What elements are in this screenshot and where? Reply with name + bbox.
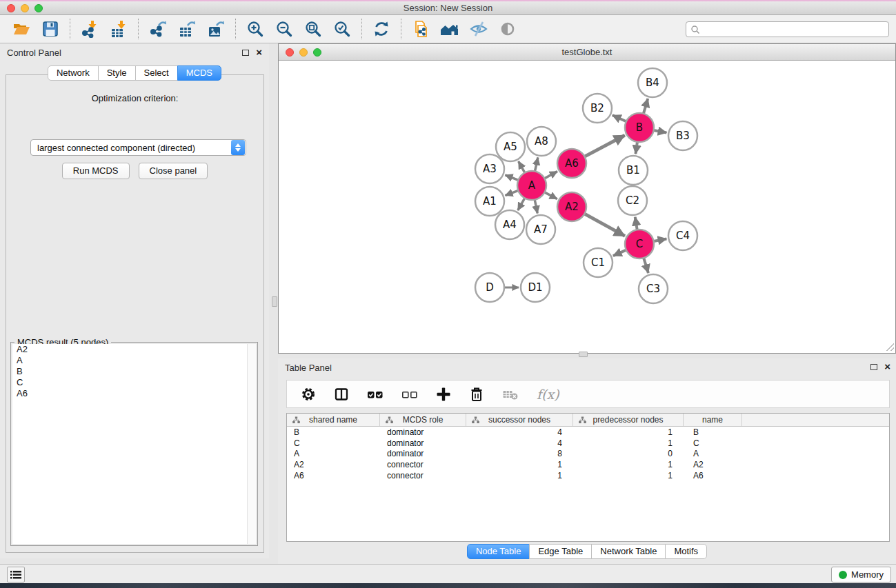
network-graph[interactable]: AA1A3A4A5A7A8A6A2BB1B2B3B4CC1C2C3C4DD1 — [279, 61, 895, 352]
main-toolbar — [0, 15, 896, 43]
table-cell: 4 — [466, 427, 573, 437]
export-image-button[interactable] — [201, 17, 230, 41]
refresh-button[interactable] — [367, 17, 396, 41]
network-minimize-button[interactable] — [299, 48, 308, 57]
criterion-select[interactable]: largest connected component (directed) — [30, 139, 246, 156]
result-list-scrollbar[interactable] — [247, 344, 256, 544]
tab-select[interactable]: Select — [135, 65, 178, 81]
toolbar-separator — [235, 19, 236, 39]
table-column-header[interactable]: MCDS role — [380, 414, 466, 426]
minimize-window-button[interactable] — [21, 4, 29, 12]
graph-node-label-A6: A6 — [565, 157, 579, 170]
close-panel-button[interactable]: Close panel — [139, 163, 208, 179]
show-panels-button[interactable] — [7, 567, 25, 582]
table-settings-button[interactable] — [301, 387, 316, 402]
clone-network-button[interactable] — [406, 17, 435, 41]
float-panel-icon[interactable] — [242, 50, 249, 56]
table-column-header[interactable]: predecessor nodes — [573, 414, 684, 426]
table-row[interactable]: Cdominator41C — [287, 438, 889, 449]
graph-edge-C-C2[interactable] — [635, 217, 637, 230]
mcds-result-item[interactable]: A2 — [12, 344, 256, 355]
mcds-result-item[interactable]: C — [12, 377, 256, 388]
graph-edge-C-C4[interactable] — [654, 239, 667, 241]
graph-edge-A-A2[interactable] — [545, 192, 557, 199]
table-row[interactable]: A6connector11A6 — [287, 470, 889, 481]
graph-edge-C-C3[interactable] — [644, 258, 648, 273]
close-table-panel-icon[interactable]: × — [884, 363, 890, 370]
graph-node-label-A3: A3 — [483, 163, 497, 175]
network-zoom-button[interactable] — [313, 48, 321, 57]
table-row[interactable]: Bdominator41B — [287, 427, 889, 438]
tab-mcds[interactable]: MCDS — [177, 65, 221, 81]
graph-edge-A-A6[interactable] — [544, 172, 557, 179]
select-spinner-icon[interactable] — [231, 140, 245, 155]
import-table-button[interactable] — [104, 17, 133, 41]
home-button[interactable] — [435, 17, 464, 41]
function-builder-button[interactable]: f(x) — [537, 387, 559, 402]
add-column-button[interactable] — [436, 387, 451, 402]
tab-motifs[interactable]: Motifs — [665, 544, 707, 559]
graph-edge-B-B1[interactable] — [635, 142, 637, 154]
search-field[interactable] — [686, 21, 889, 37]
graph-edge-A6-B[interactable] — [585, 135, 625, 156]
graph-edge-B-B3[interactable] — [654, 130, 667, 133]
mcds-result-item[interactable]: A6 — [12, 388, 256, 399]
table-splitter-grip[interactable] — [579, 352, 588, 357]
table-column-header[interactable]: name — [684, 414, 742, 426]
node-table-header: shared nameMCDS rolesuccessor nodesprede… — [287, 414, 889, 427]
zoom-fit-button[interactable] — [299, 17, 328, 41]
zoom-in-button[interactable] — [241, 17, 270, 41]
close-panel-icon[interactable]: × — [256, 49, 262, 56]
graph-edge-A2-C[interactable] — [584, 214, 625, 236]
table-panel-tabs: Node TableEdge TableNetwork TableMotifs — [278, 544, 896, 559]
delete-table-button[interactable] — [502, 387, 519, 402]
zoom-out-button[interactable] — [270, 17, 299, 41]
column-selector-button[interactable] — [334, 387, 349, 402]
mcds-result-item[interactable]: B — [12, 366, 256, 377]
graph-edge-C-C1[interactable] — [613, 250, 626, 256]
table-column-header[interactable]: shared name — [287, 414, 380, 426]
zoom-selected-button[interactable] — [328, 17, 357, 41]
graph-edge-A-A3[interactable] — [505, 175, 518, 181]
graph-edge-A-A7[interactable] — [535, 200, 537, 214]
table-cell: B — [287, 427, 380, 437]
import-network-button[interactable] — [75, 17, 104, 41]
table-row[interactable]: Adominator80A — [287, 448, 889, 459]
column-header-predecessor-nodes: predecessor nodes — [593, 415, 663, 425]
run-mcds-button[interactable]: Run MCDS — [62, 163, 130, 179]
tab-node-table[interactable]: Node Table — [467, 544, 530, 559]
tab-edge-table[interactable]: Edge Table — [529, 544, 592, 559]
graph-edge-B-B4[interactable] — [644, 99, 648, 114]
graph-edge-A-A8[interactable] — [535, 157, 537, 171]
hide-details-button[interactable] — [464, 17, 493, 41]
table-row[interactable]: A2connector11A2 — [287, 459, 889, 470]
graph-edge-A-A4[interactable] — [518, 198, 525, 210]
tab-network-table[interactable]: Network Table — [591, 544, 666, 559]
network-canvas[interactable]: AA1A3A4A5A7A8A6A2BB1B2B3B4CC1C2C3C4DD1 — [279, 61, 895, 352]
panel-splitter-grip[interactable] — [272, 296, 277, 307]
save-session-button[interactable] — [36, 17, 65, 41]
zoom-window-button[interactable] — [34, 4, 43, 12]
graph-edge-A-A5[interactable] — [519, 161, 525, 173]
show-details-button[interactable] — [493, 17, 522, 41]
close-window-button[interactable] — [7, 4, 15, 12]
select-all-button[interactable] — [367, 387, 384, 402]
graph-edge-A-A1[interactable] — [505, 190, 518, 195]
network-close-button[interactable] — [286, 48, 294, 57]
table-column-header[interactable]: successor nodes — [466, 414, 573, 426]
delete-column-button[interactable] — [469, 387, 484, 402]
graph-node-label-C1: C1 — [591, 256, 605, 269]
table-cell: A2 — [287, 460, 380, 469]
export-table-button[interactable] — [172, 17, 201, 41]
deselect-all-button[interactable] — [401, 387, 418, 402]
float-table-panel-icon[interactable] — [870, 364, 877, 370]
tab-network[interactable]: Network — [48, 65, 99, 81]
search-input[interactable] — [700, 22, 888, 37]
export-network-button[interactable] — [143, 17, 172, 41]
graph-node-label-A8: A8 — [535, 135, 548, 148]
mcds-result-item[interactable]: A — [12, 355, 256, 366]
open-session-button[interactable] — [7, 17, 36, 41]
memory-button[interactable]: Memory — [831, 567, 891, 582]
tab-style[interactable]: Style — [98, 65, 136, 81]
graph-edge-B-B2[interactable] — [613, 115, 626, 121]
